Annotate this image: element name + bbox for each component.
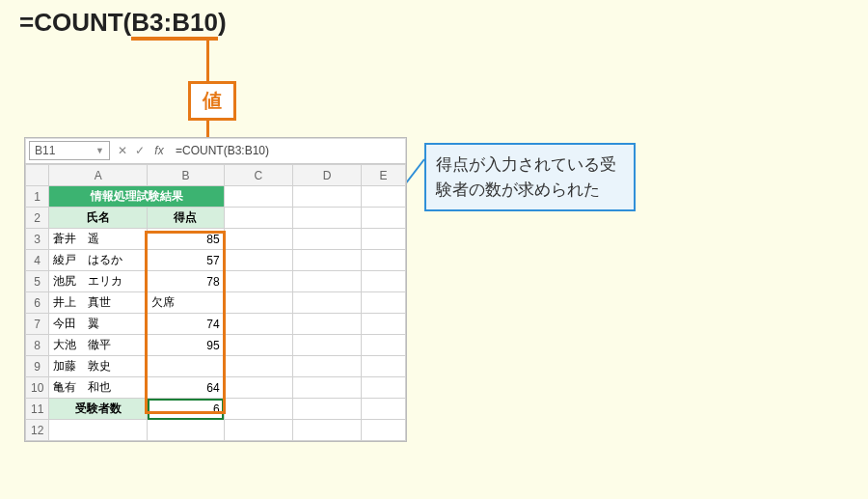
confirm-icon[interactable]: ✓ [131, 144, 149, 157]
row-header[interactable]: 10 [26, 377, 49, 399]
cell[interactable]: 池尻 エリカ [49, 271, 148, 292]
row-header[interactable]: 11 [26, 399, 49, 420]
value-label-box: 値 [188, 81, 236, 121]
cell[interactable]: 欠席 [148, 292, 224, 314]
col-header[interactable]: D [292, 165, 361, 186]
cell[interactable]: 78 [148, 271, 224, 292]
cell[interactable]: 95 [148, 335, 224, 356]
cell[interactable]: 今田 翼 [49, 314, 148, 335]
cell[interactable]: 蒼井 遥 [49, 229, 148, 250]
chevron-down-icon[interactable]: ▼ [95, 146, 104, 155]
name-box-value: B11 [35, 144, 55, 157]
spreadsheet-window: B11 ▼ ✕ ✓ fx =COUNT(B3:B10) A B C D E 1情… [24, 137, 407, 442]
cell[interactable] [148, 356, 224, 377]
row-header[interactable]: 5 [26, 271, 49, 292]
cell[interactable]: 綾戸 はるか [49, 250, 148, 271]
row-header[interactable]: 7 [26, 314, 49, 335]
cell[interactable]: 57 [148, 250, 224, 271]
result-cell[interactable]: 6 [148, 399, 224, 420]
row-header[interactable]: 8 [26, 335, 49, 356]
callout-box: 得点が入力されている受験者の数が求められた [424, 143, 636, 211]
cell[interactable]: 74 [148, 314, 224, 335]
col-header[interactable]: B [148, 165, 224, 186]
sheet-title-cell[interactable]: 情報処理試験結果 [49, 186, 224, 208]
col-header[interactable]: E [362, 165, 406, 186]
cell[interactable]: 85 [148, 229, 224, 250]
cell[interactable]: 大池 徹平 [49, 335, 148, 356]
col-header[interactable]: C [224, 165, 292, 186]
formula-title: =COUNT(B3:B10) [19, 8, 227, 38]
row-header[interactable]: 9 [26, 356, 49, 377]
select-all-corner[interactable] [26, 165, 49, 186]
summary-label-cell[interactable]: 受験者数 [49, 399, 148, 420]
row-header[interactable]: 3 [26, 229, 49, 250]
header-cell[interactable]: 得点 [148, 208, 224, 229]
row-header[interactable]: 2 [26, 208, 49, 229]
name-box[interactable]: B11 ▼ [29, 141, 110, 160]
cell[interactable]: 加藤 敦史 [49, 356, 148, 377]
fx-icon[interactable]: fx [149, 144, 170, 157]
formula-bar: B11 ▼ ✕ ✓ fx =COUNT(B3:B10) [25, 138, 406, 164]
row-header[interactable]: 1 [26, 186, 49, 208]
cell[interactable]: 亀有 和也 [49, 377, 148, 399]
cell[interactable]: 64 [148, 377, 224, 399]
row-header[interactable]: 6 [26, 292, 49, 314]
cancel-icon[interactable]: ✕ [114, 144, 131, 157]
row-header[interactable]: 4 [26, 250, 49, 271]
col-header[interactable]: A [49, 165, 148, 186]
row-header[interactable]: 12 [26, 420, 49, 441]
header-cell[interactable]: 氏名 [49, 208, 148, 229]
cell[interactable]: 井上 真世 [49, 292, 148, 314]
spreadsheet-grid[interactable]: A B C D E 1情報処理試験結果 2氏名得点 3蒼井 遥85 4綾戸 はる… [25, 164, 406, 441]
formula-input[interactable]: =COUNT(B3:B10) [170, 144, 406, 157]
column-header-row: A B C D E [26, 165, 406, 186]
connector-line [206, 37, 209, 83]
